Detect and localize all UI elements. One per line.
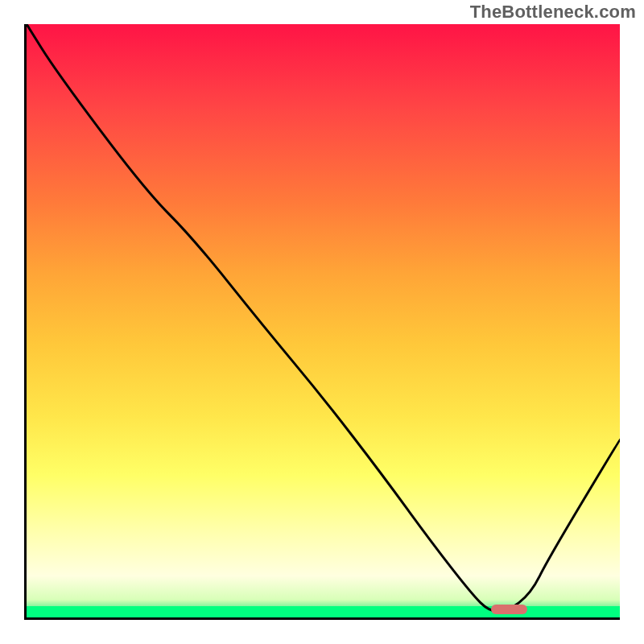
- bottleneck-curve: [27, 24, 620, 612]
- chart-svg: [27, 24, 620, 617]
- plot-area: [24, 24, 620, 620]
- watermark-text: TheBottleneck.com: [470, 2, 636, 23]
- optimal-range-marker: [491, 605, 526, 614]
- chart-container: TheBottleneck.com: [0, 0, 644, 644]
